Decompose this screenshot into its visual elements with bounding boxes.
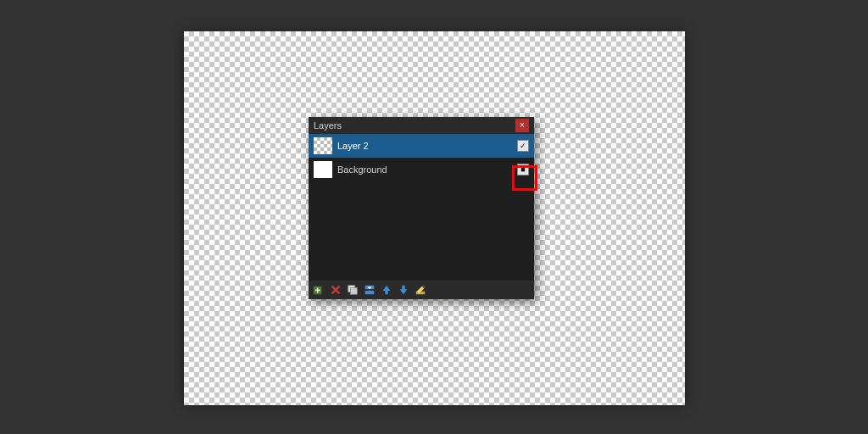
visibility-checkbox[interactable]: ■ bbox=[517, 164, 529, 175]
svg-rect-6 bbox=[350, 287, 357, 294]
layer-thumbnail[interactable] bbox=[314, 161, 332, 178]
layer-row[interactable]: Layer 2 ✓ bbox=[309, 134, 534, 158]
svg-rect-8 bbox=[365, 291, 375, 294]
layer-name-label: Layer 2 bbox=[337, 141, 512, 151]
layers-toolbar bbox=[309, 281, 534, 299]
close-icon[interactable]: × bbox=[515, 119, 529, 132]
properties-icon[interactable] bbox=[414, 283, 427, 297]
move-down-icon[interactable] bbox=[397, 283, 410, 297]
svg-marker-10 bbox=[383, 286, 391, 295]
layers-title: Layers bbox=[314, 120, 515, 131]
layers-list: Layer 2 ✓ Background ■ bbox=[309, 134, 534, 281]
layer-thumbnail[interactable] bbox=[314, 137, 332, 154]
duplicate-layer-icon[interactable] bbox=[346, 283, 359, 297]
layer-name-label: Background bbox=[337, 164, 512, 175]
add-layer-icon[interactable] bbox=[312, 283, 326, 297]
svg-rect-2 bbox=[315, 290, 320, 292]
delete-layer-icon[interactable] bbox=[329, 283, 342, 297]
svg-marker-11 bbox=[400, 286, 408, 295]
layers-panel: Layers × Layer 2 ✓ Background ■ bbox=[309, 117, 534, 299]
merge-down-icon[interactable] bbox=[363, 283, 376, 297]
layer-row[interactable]: Background ■ bbox=[309, 158, 534, 181]
move-up-icon[interactable] bbox=[380, 283, 393, 297]
visibility-checkbox[interactable]: ✓ bbox=[517, 140, 529, 152]
layers-titlebar[interactable]: Layers × bbox=[309, 117, 534, 134]
